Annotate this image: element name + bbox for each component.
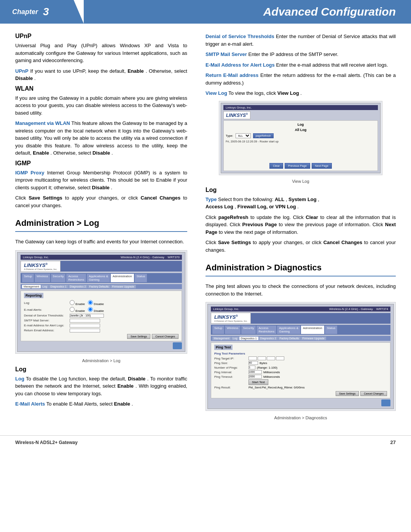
diag-sub-firmware[interactable]: Firmware Upgrade bbox=[301, 337, 326, 340]
diag-nav-setup[interactable]: Setup bbox=[212, 326, 224, 334]
diag-sub-log[interactable]: Log bbox=[231, 337, 239, 340]
igmp-heading: IGMP bbox=[15, 160, 187, 167]
diag-section-label: Ping Test bbox=[214, 345, 233, 350]
ss-nav-status[interactable]: Status bbox=[135, 274, 147, 282]
wlan-label: Management via WLAN bbox=[15, 120, 70, 126]
log-clear-btn[interactable]: Clear bbox=[269, 163, 283, 169]
diag-ss-top-left: Linksys Group, Inc. bbox=[213, 307, 239, 311]
denial-label: Denial of Service Thresholds bbox=[206, 34, 274, 39]
log-prev-btn[interactable]: Previous Page bbox=[285, 163, 310, 169]
section-upnp: UPnP Universal Plug and Play (UPnP) allo… bbox=[15, 33, 187, 82]
upnp-detail: UPnP If you want to use UPnP, keep the d… bbox=[15, 67, 187, 82]
diag-row-interval: Ping Interval: 1000 Milliseconds bbox=[214, 370, 387, 374]
diag-ip-box-3[interactable] bbox=[267, 356, 275, 360]
ss-nav-admin[interactable]: Administration bbox=[111, 274, 134, 282]
diag-ip-box-1[interactable] bbox=[249, 356, 257, 360]
log-ss-inner: Linksys Group, Inc. LINKSYS® Log All Log… bbox=[221, 103, 381, 173]
ss-input-smtp[interactable] bbox=[70, 319, 100, 323]
diag-sub-factory[interactable]: Factory Defaults bbox=[278, 337, 301, 340]
ss-sub-firmware[interactable]: Firmware Upgrade bbox=[111, 285, 136, 288]
diag-nav-security[interactable]: Security bbox=[241, 326, 256, 334]
admin-log-heading: Administration > Log bbox=[15, 218, 187, 228]
diag-nav-apps[interactable]: Applications &Gaming bbox=[277, 326, 300, 334]
all-log-label: All Log bbox=[226, 128, 376, 132]
footer-product: Wireless-N ADSL2+ Gateway bbox=[15, 440, 78, 445]
diag-row-start: Start Test bbox=[214, 379, 387, 385]
log-type-select[interactable]: ALL bbox=[236, 133, 251, 138]
chapter-tab: Chapter 3 bbox=[0, 0, 84, 24]
wlan-heading: WLAN bbox=[15, 85, 187, 92]
diag-nav-wireless[interactable]: Wireless bbox=[225, 326, 241, 334]
ss-top-left: Linksys Group, Inc. bbox=[23, 256, 49, 259]
diag-nav-status[interactable]: Status bbox=[325, 326, 338, 334]
diag-ip-box-2[interactable] bbox=[258, 356, 266, 360]
page-refresh-detail: Click pageRefresh to update the log. Cli… bbox=[206, 214, 396, 236]
ss-radio-log-disable[interactable] bbox=[88, 300, 93, 305]
diag-screenshot-inner: Linksys Group, Inc. Wireless-N (2.4 GHz)… bbox=[207, 304, 394, 409]
ss-btn-cancel[interactable]: Cancel Changes bbox=[152, 334, 178, 339]
diag-cisco-icon bbox=[381, 399, 390, 406]
ss-sub-log[interactable]: Log bbox=[41, 285, 49, 288]
smtp-label: SMTP Mail Server bbox=[206, 51, 247, 57]
ss-row-email: E-mail Alerts: Enable Disable bbox=[24, 307, 178, 313]
admin-log-body: The Gateway can keep logs of traffic and… bbox=[15, 238, 187, 246]
admin-log-caption: Administration > Log bbox=[15, 358, 187, 363]
ss-logo: LINKSYS® bbox=[24, 262, 48, 268]
log-btn-row: Clear Previous Page Next Page bbox=[226, 163, 376, 169]
ss-btn-save[interactable]: Save Settings bbox=[127, 334, 150, 339]
ss-sub-factory[interactable]: Factory Defaults bbox=[88, 285, 110, 288]
smtp-detail: SMTP Mail Server Enter the IP address of… bbox=[206, 51, 396, 58]
email-alerts-detail: E-Mail Alerts To enable E-Mail Alerts, s… bbox=[15, 400, 187, 408]
diag-sub-diag2[interactable]: Diagnostics 2 bbox=[259, 337, 278, 340]
email-address-label: E-Mail Address for Alert Logs bbox=[206, 62, 275, 68]
denial-detail: Denial of Service Thresholds Enter the n… bbox=[206, 33, 396, 48]
divider-admin-diag bbox=[206, 276, 396, 276]
diag-btn-save[interactable]: Save Settings bbox=[336, 391, 359, 396]
ss-nav-bar: Setup Wireless Security AccessRestrictio… bbox=[21, 273, 182, 283]
diag-start-test-btn[interactable]: Start Test bbox=[249, 379, 268, 385]
diag-nav-access[interactable]: AccessRestrictions bbox=[256, 326, 276, 334]
ss-radio-log-enable[interactable] bbox=[70, 300, 75, 305]
chapter-number: 3 bbox=[43, 6, 49, 18]
section-wlan: WLAN If you are using the Gateway in a p… bbox=[15, 85, 187, 157]
ss-sub-management[interactable]: Management bbox=[22, 285, 41, 288]
ss-input-dos[interactable]: Janette (Jk - 100) bbox=[70, 314, 104, 318]
igmp-detail: IGMP Proxy Internet Group Membership Pro… bbox=[15, 169, 187, 192]
footer-page-number: 27 bbox=[390, 439, 396, 445]
ss-radio-email-enable[interactable] bbox=[70, 307, 75, 312]
log-entry: Fri, 2005-08-19 12:26:39 - Router start … bbox=[226, 139, 376, 144]
left-column: UPnP Universal Plug and Play (UPnP) allo… bbox=[15, 33, 198, 423]
diag-row-timeout: Ping Timeout: 2000 Milliseconds bbox=[214, 375, 387, 379]
page-footer: Wireless-N ADSL2+ Gateway 27 bbox=[0, 435, 411, 449]
ss-section-reporting: Reporting bbox=[24, 293, 43, 298]
diag-sub-management[interactable]: Management bbox=[212, 337, 231, 340]
ss-nav-access[interactable]: AccessRestrictions bbox=[66, 274, 86, 282]
log-type-label2: Type bbox=[206, 197, 217, 202]
ss-nav-security[interactable]: Security bbox=[51, 274, 66, 282]
diag-btn-cancel[interactable]: Cancel Changes bbox=[360, 391, 387, 396]
log-heading: Log bbox=[15, 366, 187, 373]
view-log-screenshot: Linksys Group, Inc. LINKSYS® Log All Log… bbox=[219, 101, 382, 175]
ss-sub-diag1[interactable]: Diagnostics 1 bbox=[49, 285, 68, 288]
ss-radio-email-disable[interactable] bbox=[88, 307, 93, 312]
ss-input-email-alert[interactable] bbox=[70, 324, 100, 328]
diag-input-num-pings[interactable]: 1 bbox=[249, 366, 255, 369]
ss-sub-diag2[interactable]: Diagnostics 2 bbox=[68, 285, 88, 288]
ss-input-return-email[interactable] bbox=[70, 329, 100, 332]
diag-input-size[interactable]: 40 bbox=[249, 361, 258, 365]
ss-nav-apps[interactable]: Applications &Gaming bbox=[87, 274, 110, 282]
diag-sub-section-label: Ping Test Parameters bbox=[214, 352, 387, 355]
diag-sub-diag1[interactable]: Diagnostics 1 bbox=[239, 337, 258, 340]
diag-input-interval[interactable]: 1000 bbox=[249, 370, 262, 374]
diag-ip-box-4[interactable] bbox=[276, 356, 284, 360]
return-email-detail: Return E-Mail address Enter the return a… bbox=[206, 72, 396, 86]
log-pagerefresh-btn[interactable]: pageRefresh bbox=[253, 133, 274, 138]
ss-row-return-email: Return Email Address: bbox=[24, 329, 178, 332]
ss-nav-setup[interactable]: Setup bbox=[22, 274, 34, 282]
log-detail: Log To disable the Log function, keep th… bbox=[15, 375, 187, 398]
diag-input-timeout[interactable]: 2000 bbox=[249, 375, 262, 379]
ss-nav-wireless[interactable]: Wireless bbox=[35, 274, 50, 282]
divider-admin-log bbox=[15, 231, 187, 232]
log-next-btn[interactable]: Next Page bbox=[312, 163, 332, 169]
diag-nav-admin[interactable]: Administration bbox=[301, 326, 324, 334]
